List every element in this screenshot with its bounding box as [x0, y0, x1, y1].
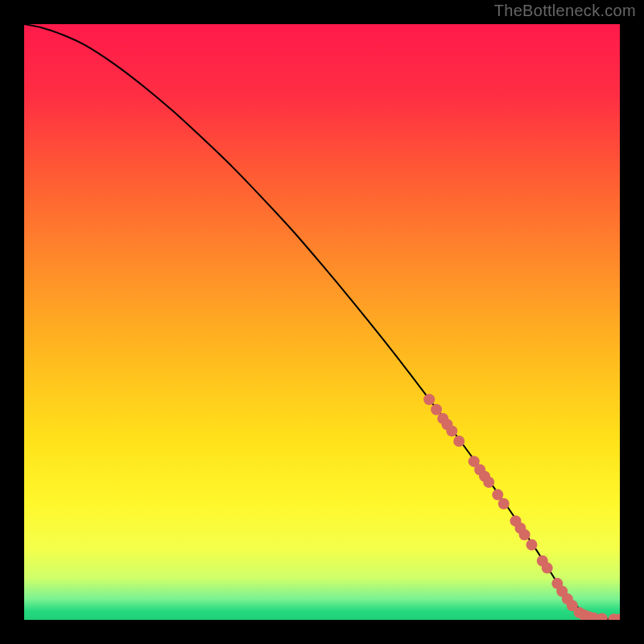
- gradient-background: [24, 24, 620, 620]
- data-point: [453, 436, 464, 447]
- data-point: [542, 563, 553, 574]
- data-point: [526, 539, 537, 551]
- watermark-text: TheBottleneck.com: [494, 2, 636, 20]
- data-point: [519, 529, 530, 540]
- data-point: [498, 498, 510, 510]
- data-point: [446, 425, 457, 436]
- data-point: [423, 394, 435, 405]
- data-point: [483, 477, 494, 488]
- chart-stage: TheBottleneck.com: [0, 0, 644, 644]
- chart-svg: [24, 24, 620, 620]
- plot-area: [24, 24, 620, 620]
